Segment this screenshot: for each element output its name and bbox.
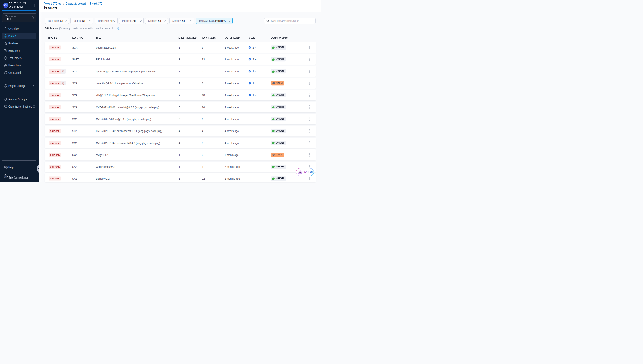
- svg-text:?: ?: [5, 166, 6, 167]
